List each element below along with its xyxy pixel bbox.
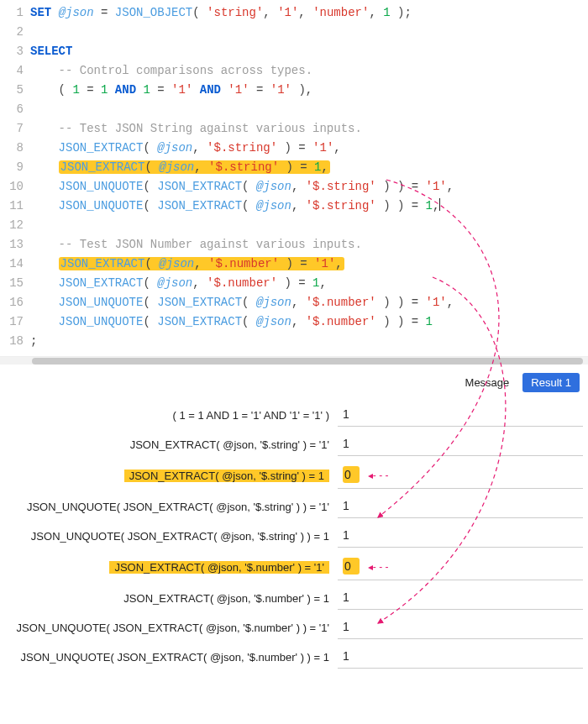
line-number: 1 <box>0 3 24 23</box>
code-editor[interactable]: 123456789101112131415161718 SET @json = … <box>0 0 588 354</box>
result-label: JSON_EXTRACT( @json, '$.string' ) = 1 <box>3 470 329 482</box>
result-label: JSON_EXTRACT( @json, '$.string' ) = '1' <box>3 438 329 451</box>
result-value[interactable]: 0◂- - - <box>338 554 583 580</box>
code-line[interactable]: ( 1 = 1 AND 1 = '1' AND '1' = '1' ), <box>30 81 588 100</box>
code-line[interactable]: SET @json = JSON_OBJECT( 'string', '1', … <box>30 3 588 23</box>
code-line[interactable]: -- Test JSON String against various inpu… <box>30 119 588 139</box>
code-line[interactable]: -- Control comparisons across types. <box>30 61 588 81</box>
code-line[interactable] <box>30 23 588 42</box>
result-value[interactable]: 1 <box>338 525 583 548</box>
line-number: 8 <box>0 139 24 158</box>
line-number-gutter: 123456789101112131415161718 <box>0 3 30 351</box>
result-value[interactable]: 1 <box>338 404 583 427</box>
result-label: JSON_UNQUOTE( JSON_EXTRACT( @json, '$.nu… <box>3 622 329 634</box>
horizontal-scrollbar[interactable] <box>0 356 588 365</box>
code-line[interactable]: JSON_EXTRACT( @json, '$.number' ) = '1', <box>30 254 588 274</box>
line-number: 9 <box>0 158 24 177</box>
code-content[interactable]: SET @json = JSON_OBJECT( 'string', '1', … <box>30 3 588 351</box>
result-row: JSON_UNQUOTE( JSON_EXTRACT( @json, '$.st… <box>3 496 583 518</box>
code-line[interactable]: SELECT <box>30 42 588 61</box>
result-label: JSON_UNQUOTE( JSON_EXTRACT( @json, '$.st… <box>3 501 329 513</box>
result-value[interactable]: 0◂- - - <box>338 463 583 489</box>
result-tabs: Message Result 1 <box>0 365 588 397</box>
line-number: 5 <box>0 81 24 100</box>
code-line[interactable]: JSON_EXTRACT( @json, '$.string' ) = 1, <box>30 158 588 177</box>
code-line[interactable]: -- Test JSON Number against various inpu… <box>30 235 588 254</box>
line-number: 13 <box>0 235 24 254</box>
result-label: JSON_EXTRACT( @json, '$.number' ) = '1' <box>3 561 329 574</box>
arrow-left-icon: ◂- - - <box>368 561 389 573</box>
line-number: 16 <box>0 293 24 312</box>
arrow-left-icon: ◂- - - <box>368 470 389 481</box>
line-number: 10 <box>0 177 24 197</box>
line-number: 12 <box>0 216 24 235</box>
result-value[interactable]: 1 <box>338 616 583 639</box>
code-line[interactable]: ; <box>30 332 588 351</box>
result-row: JSON_EXTRACT( @json, '$.number' ) = 11 <box>3 587 583 610</box>
result-label: JSON_EXTRACT( @json, '$.number' ) = 1 <box>3 592 329 605</box>
line-number: 3 <box>0 42 24 61</box>
code-line[interactable]: JSON_UNQUOTE( JSON_EXTRACT( @json, '$.nu… <box>30 293 588 312</box>
results-panel: ( 1 = 1 AND 1 = '1' AND '1' = '1' )1JSON… <box>0 404 588 684</box>
result-row: JSON_EXTRACT( @json, '$.string' ) = '1'1 <box>3 433 583 456</box>
line-number: 2 <box>0 23 24 42</box>
line-number: 14 <box>0 254 24 274</box>
code-line[interactable] <box>30 216 588 235</box>
line-number: 11 <box>0 197 24 216</box>
result-label: JSON_UNQUOTE( JSON_EXTRACT( @json, '$.nu… <box>3 651 329 664</box>
code-line[interactable]: JSON_UNQUOTE( JSON_EXTRACT( @json, '$.nu… <box>30 312 588 332</box>
result-row: JSON_EXTRACT( @json, '$.number' ) = '1'0… <box>3 554 583 580</box>
code-line[interactable] <box>30 100 588 119</box>
tab-result-1[interactable]: Result 1 <box>522 373 580 392</box>
tab-message[interactable]: Message <box>457 373 518 392</box>
result-row: JSON_UNQUOTE( JSON_EXTRACT( @json, '$.nu… <box>3 646 583 669</box>
result-value[interactable]: 1 <box>338 433 583 456</box>
code-line[interactable]: JSON_UNQUOTE( JSON_EXTRACT( @json, '$.st… <box>30 197 588 216</box>
scrollbar-thumb[interactable] <box>32 358 583 365</box>
result-value[interactable]: 1 <box>338 646 583 669</box>
result-value[interactable]: 1 <box>338 587 583 610</box>
result-label: JSON_UNQUOTE( JSON_EXTRACT( @json, '$.st… <box>3 530 329 543</box>
code-line[interactable]: JSON_UNQUOTE( JSON_EXTRACT( @json, '$.st… <box>30 177 588 197</box>
line-number: 18 <box>0 332 24 351</box>
result-label: ( 1 = 1 AND 1 = '1' AND '1' = '1' ) <box>3 409 329 422</box>
code-line[interactable]: JSON_EXTRACT( @json, '$.string' ) = '1', <box>30 139 588 158</box>
line-number: 15 <box>0 274 24 293</box>
result-row: JSON_UNQUOTE( JSON_EXTRACT( @json, '$.st… <box>3 525 583 548</box>
code-line[interactable]: JSON_EXTRACT( @json, '$.number' ) = 1, <box>30 274 588 293</box>
result-row: ( 1 = 1 AND 1 = '1' AND '1' = '1' )1 <box>3 404 583 427</box>
line-number: 7 <box>0 119 24 139</box>
result-row: JSON_UNQUOTE( JSON_EXTRACT( @json, '$.nu… <box>3 616 583 639</box>
line-number: 6 <box>0 100 24 119</box>
line-number: 4 <box>0 61 24 81</box>
result-value[interactable]: 1 <box>338 496 583 518</box>
result-row: JSON_EXTRACT( @json, '$.string' ) = 10◂-… <box>3 463 583 489</box>
line-number: 17 <box>0 312 24 332</box>
